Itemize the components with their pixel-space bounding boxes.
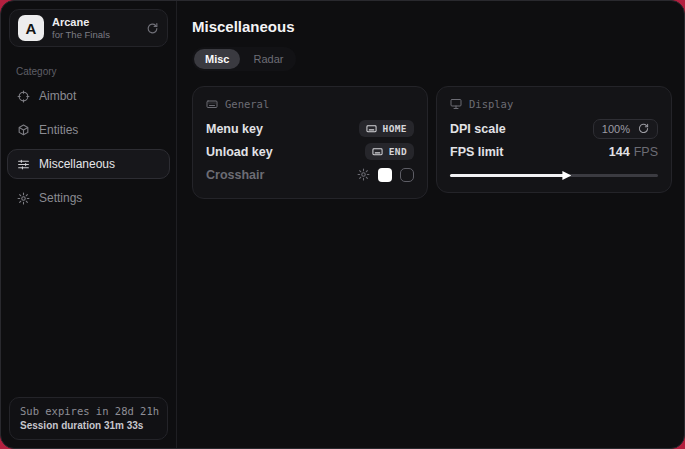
fps-limit-value: 144FPS xyxy=(609,145,658,159)
crosshair-controls xyxy=(357,168,414,182)
menu-key-value: HOME xyxy=(383,123,407,134)
sidebar-nav: Aimbot Entities Miscellaneous xyxy=(1,79,176,215)
dpi-scale-label: DPI scale xyxy=(450,122,506,136)
crosshair-row: Crosshair xyxy=(206,163,414,186)
category-label: Category xyxy=(16,66,176,77)
gear-icon xyxy=(17,192,30,205)
sub-expiry-text: Sub expires in 28d 21h xyxy=(20,405,157,417)
refresh-icon[interactable] xyxy=(146,22,159,35)
app-window: A Arcane for The Finals Category Aimbot xyxy=(0,0,685,449)
crosshair-label: Crosshair xyxy=(206,168,264,182)
crosshair-color-swatch[interactable] xyxy=(378,168,392,182)
unload-key-button[interactable]: END xyxy=(365,143,414,160)
tab-misc[interactable]: Misc xyxy=(194,49,240,69)
sidebar-item-entities[interactable]: Entities xyxy=(7,115,170,145)
keyboard-icon xyxy=(206,98,218,110)
crosshair-checkbox[interactable] xyxy=(400,168,414,182)
tab-radar[interactable]: Radar xyxy=(242,49,294,69)
sidebar-item-miscellaneous[interactable]: Miscellaneous xyxy=(7,149,170,179)
display-card-title: Display xyxy=(469,98,513,110)
sidebar-item-label: Aimbot xyxy=(39,89,76,103)
sidebar-item-label: Entities xyxy=(39,123,78,137)
app-header-card: A Arcane for The Finals xyxy=(9,9,168,47)
sidebar-item-aimbot[interactable]: Aimbot xyxy=(7,81,170,111)
main-content: Miscellaneous Misc Radar General Menu ke… xyxy=(177,1,685,448)
unload-key-value: END xyxy=(389,146,407,157)
cards-row: General Menu key HOME Unload key xyxy=(192,86,672,199)
crosshair-settings-gear-icon[interactable] xyxy=(357,168,370,181)
display-card-header: Display xyxy=(450,98,658,110)
display-card: Display DPI scale 100% FPS limit xyxy=(436,86,672,193)
sliders-icon xyxy=(17,158,30,171)
app-subtitle: for The Finals xyxy=(52,29,110,40)
rotate-cw-icon[interactable] xyxy=(638,123,649,134)
menu-key-row: Menu key HOME xyxy=(206,117,414,140)
dpi-scale-row: DPI scale 100% xyxy=(450,117,658,140)
fps-limit-row: FPS limit 144FPS xyxy=(450,140,658,163)
page-title: Miscellaneous xyxy=(192,18,672,35)
fps-limit-slider[interactable] xyxy=(450,170,658,180)
tab-bar: Misc Radar xyxy=(192,47,296,71)
app-meta: Arcane for The Finals xyxy=(52,16,110,41)
dpi-scale-control[interactable]: 100% xyxy=(593,119,658,139)
slider-fill xyxy=(450,174,564,177)
sidebar-item-label: Miscellaneous xyxy=(39,157,115,171)
crosshair-icon xyxy=(17,90,30,103)
app-logo: A xyxy=(18,15,44,41)
sidebar-item-settings[interactable]: Settings xyxy=(7,183,170,213)
menu-key-label: Menu key xyxy=(206,122,263,136)
dpi-scale-value: 100% xyxy=(602,123,630,135)
general-card-title: General xyxy=(225,98,269,110)
fps-limit-label: FPS limit xyxy=(450,145,503,159)
monitor-icon xyxy=(450,98,462,110)
unload-key-label: Unload key xyxy=(206,145,273,159)
subscription-card: Sub expires in 28d 21h Session duration … xyxy=(9,397,168,440)
unload-key-row: Unload key END xyxy=(206,140,414,163)
sidebar-item-label: Settings xyxy=(39,191,82,205)
general-card: General Menu key HOME Unload key xyxy=(192,86,428,199)
fps-number: 144 xyxy=(609,145,630,159)
box-icon xyxy=(17,124,30,137)
menu-key-button[interactable]: HOME xyxy=(359,120,414,137)
keyboard-icon xyxy=(372,146,383,157)
sidebar: A Arcane for The Finals Category Aimbot xyxy=(1,1,177,448)
app-name: Arcane xyxy=(52,16,110,29)
session-duration-text: Session duration 31m 33s xyxy=(20,420,157,431)
fps-unit: FPS xyxy=(634,145,658,159)
general-card-header: General xyxy=(206,98,414,110)
slider-thumb[interactable] xyxy=(562,171,571,180)
keyboard-icon xyxy=(366,123,377,134)
